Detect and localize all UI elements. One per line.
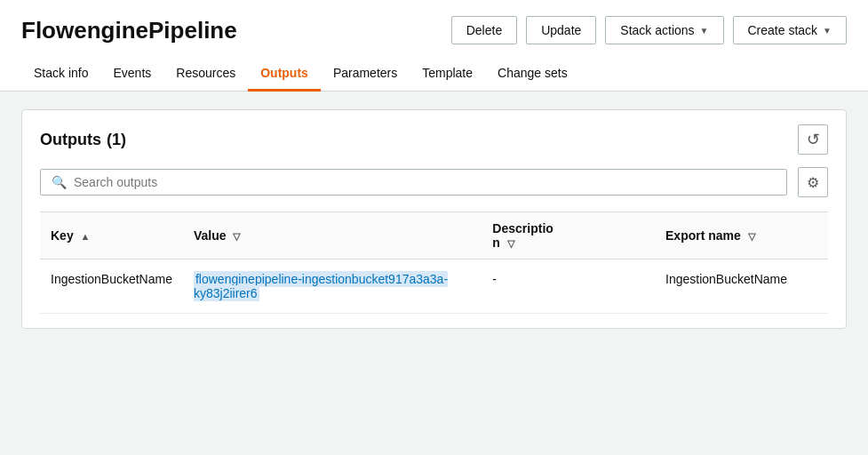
page-title: FlowenginePipeline [21, 17, 237, 44]
value-link[interactable]: flowenginepipeline-ingestionbucket917a3a… [194, 271, 448, 301]
tab-parameters[interactable]: Parameters [321, 57, 410, 92]
tabs: Stack info Events Resources Outputs Para… [21, 57, 847, 91]
refresh-icon: ↻ [807, 130, 820, 149]
desc-sort-icon[interactable]: ▽ [507, 238, 514, 249]
panel-title: Outputs [40, 131, 101, 149]
stack-actions-dropdown-icon: ▼ [700, 26, 709, 36]
export-sort-icon[interactable]: ▽ [748, 231, 755, 242]
panel-header: Outputs (1) ↻ [40, 124, 828, 155]
col-header-export-name: Export name ▽ [655, 212, 828, 259]
header-actions: Delete Update Stack actions ▼ Create sta… [451, 16, 847, 44]
cell-key: IngestionBucketName [40, 259, 183, 314]
col-header-key: Key ▲ [40, 212, 183, 259]
tab-events[interactable]: Events [100, 57, 163, 92]
tab-template[interactable]: Template [410, 57, 485, 92]
search-icon: 🔍 [52, 175, 67, 189]
search-row: 🔍 ⚙ [40, 167, 828, 197]
key-sort-icon[interactable]: ▲ [81, 231, 91, 242]
cell-export-name: IngestionBucketName [655, 259, 828, 314]
stack-actions-button[interactable]: Stack actions ▼ [605, 16, 723, 44]
top-bar-header: FlowenginePipeline Delete Update Stack a… [21, 0, 847, 57]
value-sort-icon[interactable]: ▽ [233, 231, 240, 242]
panel-title-group: Outputs (1) [40, 131, 126, 149]
search-settings-button[interactable]: ⚙ [798, 167, 828, 197]
top-bar: FlowenginePipeline Delete Update Stack a… [0, 0, 868, 92]
tab-resources[interactable]: Resources [163, 57, 248, 92]
tab-outputs[interactable]: Outputs [248, 57, 321, 92]
main-content: Outputs (1) ↻ 🔍 ⚙ Key ▲ [0, 92, 868, 347]
col-header-description: Description ▽ [482, 212, 655, 259]
search-input[interactable] [74, 175, 776, 189]
cell-description: - [482, 259, 655, 314]
col-header-value: Value ▽ [183, 212, 482, 259]
search-bar: 🔍 [40, 169, 787, 196]
panel-count: (1) [107, 131, 126, 149]
create-stack-dropdown-icon: ▼ [823, 26, 832, 36]
tab-change-sets[interactable]: Change sets [485, 57, 580, 92]
tab-stack-info[interactable]: Stack info [21, 57, 100, 92]
update-button[interactable]: Update [526, 16, 596, 44]
cell-value: flowenginepipeline-ingestionbucket917a3a… [183, 259, 482, 314]
outputs-panel: Outputs (1) ↻ 🔍 ⚙ Key ▲ [21, 109, 847, 329]
create-stack-button[interactable]: Create stack ▼ [733, 16, 848, 44]
outputs-table: Key ▲ Value ▽ Description ▽ Export name … [40, 212, 828, 314]
delete-button[interactable]: Delete [451, 16, 517, 44]
table-header-row: Key ▲ Value ▽ Description ▽ Export name … [40, 212, 828, 259]
settings-icon: ⚙ [807, 174, 819, 191]
refresh-button[interactable]: ↻ [798, 124, 828, 155]
table-row: IngestionBucketName flowenginepipeline-i… [40, 259, 828, 314]
